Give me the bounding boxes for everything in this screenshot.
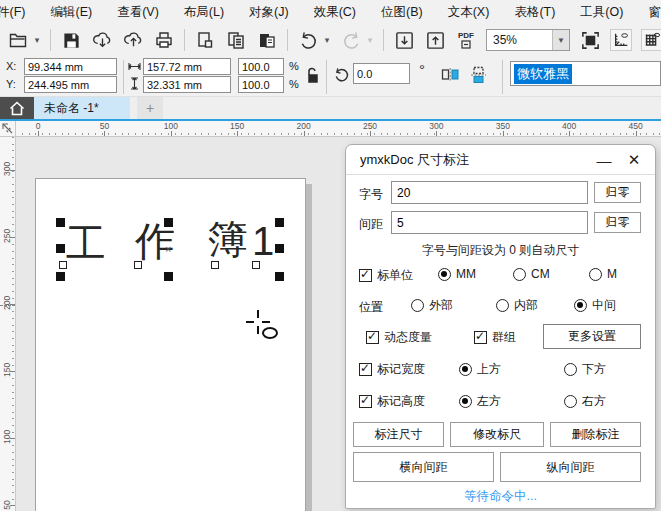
add-document-tab-button[interactable]: + <box>137 97 163 119</box>
paste-icon[interactable] <box>256 29 278 51</box>
radio-width-below[interactable]: 下方 <box>564 361 606 378</box>
char-node-handle[interactable] <box>211 261 219 269</box>
document-tab-label: 未命名 -1* <box>44 100 99 117</box>
y-position-input[interactable] <box>24 76 117 93</box>
auto-size-hint: 字号与间距设为 0 则自动尺寸 <box>346 242 655 259</box>
open-dropdown-icon[interactable]: ▾ <box>33 35 41 45</box>
mirror-vertical-icon[interactable] <box>469 66 488 84</box>
text-char-4[interactable]: 1 <box>252 221 274 261</box>
undo-dropdown-icon[interactable]: ▾ <box>323 35 331 45</box>
radio-height-right[interactable]: 右方 <box>564 393 606 410</box>
paste-special-icon[interactable] <box>194 29 216 51</box>
selection-handle-n[interactable] <box>164 218 173 227</box>
modify-ruler-button[interactable]: 修改标尺 <box>450 422 544 447</box>
selection-handle-se[interactable] <box>275 272 284 281</box>
zoom-level-value: 35% <box>487 33 552 47</box>
vertical-ruler[interactable]: 30025020015010050 <box>0 137 16 511</box>
font-size-input[interactable] <box>391 181 588 204</box>
rotate-angle-input[interactable] <box>353 63 410 84</box>
menu-item-bitmaps[interactable]: 位图(B) <box>381 4 423 21</box>
cloud-download-icon[interactable] <box>91 29 113 51</box>
char-node-handle[interactable] <box>59 261 67 269</box>
menu-item-edit[interactable]: 编辑(E) <box>50 4 92 21</box>
more-settings-button[interactable]: 更多设置 <box>543 324 641 349</box>
ruler-origin-button[interactable] <box>0 121 16 137</box>
group-checkbox[interactable]: 群组 <box>474 329 516 346</box>
save-icon[interactable] <box>60 29 82 51</box>
y-position-label: Y: <box>6 78 16 90</box>
radio-position-middle[interactable]: 中间 <box>574 297 616 314</box>
panel-minimize-button[interactable]: — <box>593 148 615 172</box>
font-family-combo[interactable]: 微软雅黑 <box>510 61 661 86</box>
panel-close-button[interactable]: ✕ <box>623 148 645 172</box>
open-icon[interactable] <box>7 29 29 51</box>
horizontal-spacing-button[interactable]: 横向间距 <box>353 452 494 482</box>
cloud-upload-icon[interactable] <box>122 29 144 51</box>
mirror-horizontal-icon[interactable] <box>441 66 460 84</box>
unit-checkbox[interactable]: 标单位 <box>359 267 413 284</box>
show-rulers-icon[interactable] <box>610 29 632 51</box>
font-size-reset-button[interactable]: 归零 <box>594 182 641 203</box>
menu-item-tools[interactable]: 工具(O) <box>580 4 623 21</box>
show-grid-icon[interactable] <box>641 29 661 51</box>
x-position-input[interactable] <box>24 58 117 75</box>
pdf-export-icon[interactable]: PDF <box>455 29 477 51</box>
document-tab-untitled[interactable]: 未命名 -1* <box>34 97 130 119</box>
menu-item-file[interactable]: 件(F) <box>0 4 25 21</box>
char-node-handle[interactable] <box>134 261 142 269</box>
radio-icon <box>513 268 526 281</box>
menu-item-view[interactable]: 查看(V) <box>117 4 159 21</box>
scale-y-percent-label: % <box>289 78 299 90</box>
dynamic-measure-checkbox[interactable]: 动态度量 <box>366 329 432 346</box>
lock-ratio-icon[interactable] <box>305 67 319 84</box>
radio-unit-mm[interactable]: MM <box>438 267 476 281</box>
scale-y-input[interactable] <box>238 76 284 93</box>
menu-item-text[interactable]: 文本(X) <box>448 4 490 21</box>
undo-icon[interactable] <box>297 29 319 51</box>
delete-annotation-button[interactable]: 删除标注 <box>550 422 641 447</box>
full-screen-preview-icon[interactable] <box>579 29 601 51</box>
rotation-center-marker[interactable]: × <box>165 244 171 255</box>
vertical-spacing-button[interactable]: 纵向间距 <box>500 452 641 482</box>
radio-position-outer[interactable]: 外部 <box>411 297 453 314</box>
copy-icon[interactable] <box>225 29 247 51</box>
text-char-1[interactable]: 工 <box>66 223 106 263</box>
selection-handle-s[interactable] <box>164 272 173 281</box>
char-node-handle[interactable] <box>252 261 260 269</box>
radio-unit-m[interactable]: M <box>589 267 617 281</box>
radio-position-inner[interactable]: 内部 <box>496 297 538 314</box>
object-width-input[interactable] <box>143 58 231 75</box>
spacing-input[interactable] <box>391 211 588 234</box>
menu-item-window[interactable]: 窗口(W) <box>648 4 661 21</box>
selection-handle-w[interactable] <box>56 244 65 253</box>
selection-handle-sw[interactable] <box>56 272 65 281</box>
spacing-reset-button[interactable]: 归零 <box>594 212 641 233</box>
text-char-2[interactable]: 作 <box>135 221 175 261</box>
radio-width-above[interactable]: 上方 <box>459 361 501 378</box>
menu-item-effects[interactable]: 效果(C) <box>314 4 356 21</box>
zoom-dropdown-icon[interactable]: ▼ <box>552 30 569 50</box>
mark-width-checkbox[interactable]: 标记宽度 <box>359 361 425 378</box>
mark-height-checkbox[interactable]: 标记高度 <box>359 393 425 410</box>
annotate-size-button[interactable]: 标注尺寸 <box>353 422 444 447</box>
horizontal-ruler[interactable]: 050100150200250300350400450 <box>16 121 661 137</box>
home-tab-icon[interactable] <box>0 97 34 119</box>
export-icon[interactable] <box>424 29 446 51</box>
selection-handle-nw[interactable] <box>56 218 65 227</box>
radio-height-left[interactable]: 左方 <box>459 393 501 410</box>
spacing-label: 间距 <box>359 216 383 233</box>
selection-handle-e[interactable] <box>275 244 284 253</box>
radio-selected-icon <box>574 299 587 312</box>
checkbox-checked-icon <box>359 363 372 376</box>
radio-unit-cm[interactable]: CM <box>513 267 550 281</box>
selection-handle-ne[interactable] <box>275 218 284 227</box>
text-char-3[interactable]: 簿 <box>208 219 248 259</box>
import-icon[interactable] <box>393 29 415 51</box>
zoom-level-combo[interactable]: 35% ▼ <box>486 29 570 51</box>
menu-item-object[interactable]: 对象(J) <box>249 4 289 21</box>
object-height-input[interactable] <box>143 76 231 93</box>
scale-x-input[interactable] <box>238 58 284 75</box>
print-icon[interactable] <box>153 29 175 51</box>
menu-item-table[interactable]: 表格(T) <box>514 4 555 21</box>
menu-item-layout[interactable]: 布局(L) <box>184 4 224 21</box>
